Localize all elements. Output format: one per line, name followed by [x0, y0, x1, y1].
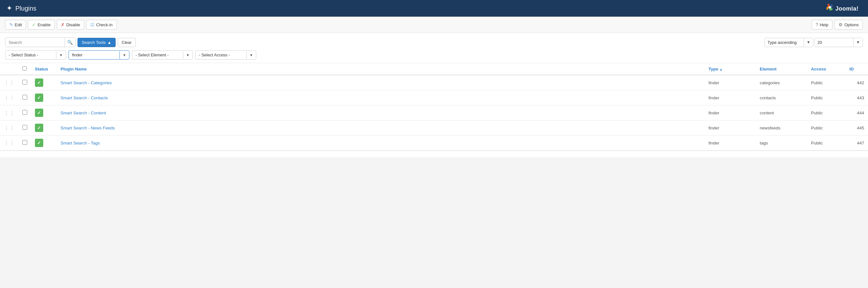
status-filter-wrap: - Select Status - Enabled Disabled ▼ [5, 50, 66, 60]
edit-icon: ✎ [9, 22, 13, 27]
help-label: Help [819, 23, 828, 27]
access-filter-wrap: - Select Access - Public Registered Spec… [195, 50, 256, 60]
drag-cell[interactable]: ⋮⋮ [0, 105, 19, 121]
plugins-icon: ✦ [6, 4, 12, 12]
search-area: 🔍 Search Tools ▲ Clear Type ascending Ty… [0, 33, 868, 63]
options-label: Options [844, 23, 859, 27]
status-badge[interactable]: ✓ [35, 94, 43, 102]
access-cell: Public [807, 105, 845, 121]
row-checkbox[interactable] [23, 80, 27, 85]
type-filter-wrap: finder - Select Type - authentication co… [68, 50, 129, 60]
sort-select-wrap: Type ascending Type descending Name asce… [765, 38, 813, 47]
status-badge[interactable]: ✓ [35, 124, 43, 132]
enabled-icon: ✓ [37, 80, 41, 85]
element-cell: tags [756, 135, 807, 151]
id-cell: 444 [845, 105, 868, 121]
help-button[interactable]: ? Help [812, 20, 833, 29]
element-cell: categories [756, 75, 807, 90]
status-badge[interactable]: ✓ [35, 139, 43, 147]
search-tools-label: Search Tools [82, 40, 106, 45]
access-filter[interactable]: - Select Access - Public Registered Spec… [196, 51, 246, 59]
drag-handle[interactable]: ⋮⋮ [4, 125, 15, 131]
select-all-checkbox[interactable] [23, 66, 27, 70]
access-cell: Public [807, 121, 845, 135]
table-row: ⋮⋮ ✓ Smart Search - Contacts finder cont… [0, 90, 868, 105]
plugin-name-link[interactable]: Smart Search - News Feeds [61, 126, 115, 130]
disable-label: Disable [66, 23, 80, 27]
type-filter[interactable]: finder - Select Type - authentication co… [69, 51, 120, 59]
disable-button[interactable]: ✗ Disable [57, 20, 84, 29]
check-cell [19, 105, 31, 121]
status-filter[interactable]: - Select Status - Enabled Disabled [5, 51, 56, 59]
table-row: ⋮⋮ ✓ Smart Search - Content finder conte… [0, 105, 868, 121]
enabled-icon: ✓ [37, 95, 41, 100]
col-type-header[interactable]: Type [705, 63, 756, 75]
pagesize-select[interactable]: 20 50 100 [815, 38, 853, 47]
type-header-label: Type [709, 67, 718, 71]
edit-button[interactable]: ✎ Edit [5, 20, 26, 29]
sort-arrow-button[interactable]: ▼ [804, 38, 813, 46]
drag-cell[interactable]: ⋮⋮ [0, 135, 19, 151]
type-cell: finder [705, 105, 756, 121]
search-submit-button[interactable]: 🔍 [64, 38, 75, 47]
drag-handle[interactable]: ⋮⋮ [4, 80, 15, 86]
drag-handle[interactable]: ⋮⋮ [4, 140, 15, 146]
joomla-logo: Joomla! [823, 3, 862, 14]
plugin-name-link[interactable]: Smart Search - Content [61, 110, 106, 115]
col-access-header[interactable]: Access [807, 63, 845, 75]
options-button[interactable]: ⚙ Options [834, 20, 863, 29]
id-cell: 442 [845, 75, 868, 90]
drag-dots: ⋮⋮ [4, 80, 15, 86]
plugins-table: Status Plugin Name Type Element Access [0, 63, 868, 151]
id-cell: 443 [845, 90, 868, 105]
drag-dots: ⋮⋮ [4, 125, 15, 131]
col-status-header[interactable]: Status [31, 63, 57, 75]
element-filter[interactable]: - Select Element - categories contacts c… [132, 51, 183, 59]
enable-button[interactable]: ✓ Enable [28, 20, 55, 29]
element-filter-wrap: - Select Element - categories contacts c… [132, 50, 193, 60]
checkin-button[interactable]: ☑ Check-in [86, 20, 117, 29]
toolbar: ✎ Edit ✓ Enable ✗ Disable ☑ Check-in ? H… [0, 17, 868, 33]
name-cell: Smart Search - News Feeds [57, 121, 705, 135]
drag-cell[interactable]: ⋮⋮ [0, 75, 19, 90]
drag-cell[interactable]: ⋮⋮ [0, 121, 19, 135]
drag-cell[interactable]: ⋮⋮ [0, 90, 19, 105]
col-element-header[interactable]: Element [756, 63, 807, 75]
search-icon: 🔍 [67, 40, 73, 45]
plugin-name-link[interactable]: Smart Search - Contacts [61, 95, 108, 100]
row-checkbox[interactable] [23, 95, 27, 100]
drag-handle[interactable]: ⋮⋮ [4, 110, 15, 116]
plugin-name-link[interactable]: Smart Search - Tags [61, 141, 100, 146]
drag-dots: ⋮⋮ [4, 110, 15, 116]
type-cell: finder [705, 75, 756, 90]
search-input[interactable] [5, 38, 64, 47]
enabled-icon: ✓ [37, 140, 41, 146]
main-content: Status Plugin Name Type Element Access [0, 63, 868, 151]
col-id-header[interactable]: ID [845, 63, 868, 75]
element-cell: contacts [756, 90, 807, 105]
check-cell [19, 90, 31, 105]
search-tools-button[interactable]: Search Tools ▲ [78, 38, 116, 47]
drag-handle[interactable]: ⋮⋮ [4, 95, 15, 101]
id-cell: 447 [845, 135, 868, 151]
status-badge[interactable]: ✓ [35, 78, 43, 87]
row-checkbox[interactable] [23, 125, 27, 130]
type-filter-arrow[interactable]: ▼ [120, 51, 129, 59]
col-name-header[interactable]: Plugin Name [57, 63, 705, 75]
row-checkbox[interactable] [23, 110, 27, 115]
sort-wrap: Type ascending Type descending Name asce… [765, 38, 863, 47]
element-filter-arrow[interactable]: ▼ [183, 51, 192, 59]
row-checkbox[interactable] [23, 140, 27, 145]
sort-select[interactable]: Type ascending Type descending Name asce… [765, 38, 804, 47]
status-badge[interactable]: ✓ [35, 108, 43, 117]
status-filter-arrow[interactable]: ▼ [56, 51, 66, 59]
check-cell [19, 75, 31, 90]
clear-button[interactable]: Clear [118, 38, 136, 47]
pagesize-arrow-button[interactable]: ▼ [853, 38, 863, 46]
plugin-name-link[interactable]: Smart Search - Categories [61, 81, 112, 85]
type-cell: finder [705, 135, 756, 151]
search-tools-arrow: ▲ [107, 40, 112, 45]
col-sort-header [0, 63, 19, 75]
access-filter-arrow[interactable]: ▼ [246, 51, 256, 59]
id-cell: 445 [845, 121, 868, 135]
